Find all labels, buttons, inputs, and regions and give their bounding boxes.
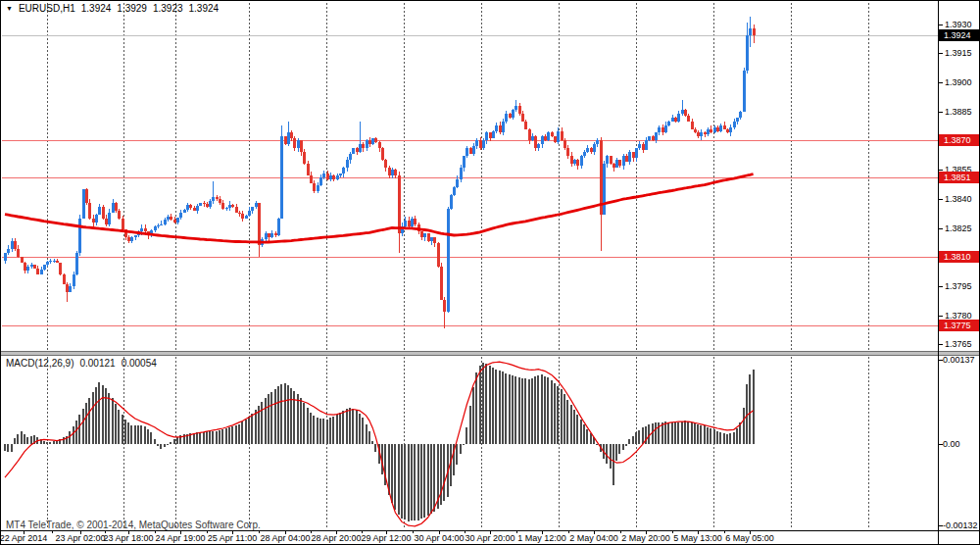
chart-canvas[interactable] [1, 1, 980, 545]
candle-body [303, 152, 306, 164]
candle-body [179, 213, 182, 219]
candle-body [319, 177, 322, 185]
macd-histogram-bar [502, 372, 504, 443]
candle-body [199, 203, 202, 206]
candle-body [140, 228, 143, 232]
candle-body [505, 114, 508, 122]
macd-histogram-bar [618, 444, 620, 455]
macd-histogram-bar [290, 388, 292, 444]
macd-indicator-label: MACD(12,26,9) 0.00121 0.00054 [6, 358, 157, 369]
candle-body [521, 114, 524, 122]
macd-histogram-bar [554, 383, 556, 444]
candle-body [554, 136, 557, 142]
candle-body [433, 237, 436, 243]
macd-histogram-bar [456, 444, 458, 465]
candle-body [694, 129, 697, 133]
candle-body [46, 262, 49, 265]
macd-histogram-bar [652, 423, 654, 443]
macd-histogram-bar [417, 444, 419, 520]
macd-histogram-bar [199, 432, 201, 444]
time-label: 1 May 12:00 [517, 533, 566, 543]
macd-histogram-bar [726, 434, 728, 444]
macd-histogram-bar [391, 444, 393, 503]
candle-body [130, 237, 133, 241]
current-price-label: 1.3924 [939, 29, 979, 41]
macd-histogram-bar [7, 444, 9, 452]
macd-histogram-bar [371, 441, 373, 444]
candle-body [723, 125, 726, 129]
candle-body [642, 144, 645, 150]
candle-body [528, 129, 531, 141]
candle-body [472, 146, 475, 154]
macd-histogram-bar [509, 374, 511, 444]
macd-histogram-bar [573, 410, 575, 444]
macd-histogram-bar [274, 389, 276, 444]
candle-body [56, 261, 59, 263]
macd-histogram-bar [241, 421, 243, 444]
macd-histogram-bar [53, 441, 55, 444]
candle-body [662, 127, 664, 133]
macd-histogram-bar [346, 409, 348, 443]
macd-histogram-bar [583, 424, 585, 444]
pane-separator[interactable] [1, 352, 980, 355]
macd-histogram-bar [489, 366, 491, 444]
macd-histogram-bar [544, 376, 546, 444]
candle-body [460, 168, 463, 179]
macd-histogram-bar [635, 432, 637, 444]
price-tick-label: 1.3900 [945, 77, 972, 87]
candle-body [108, 213, 111, 224]
macd-histogram-bar [580, 420, 582, 444]
candle-body [671, 118, 674, 122]
candle-body [704, 132, 707, 134]
macd-histogram-bar [723, 433, 725, 444]
price-tick-label: 1.3930 [945, 20, 972, 29]
macd-histogram-bar [43, 441, 45, 444]
candle-body [167, 217, 170, 221]
macd-histogram-bar [648, 424, 650, 443]
macd-histogram-bar [277, 386, 279, 444]
candle-body [437, 243, 440, 267]
candle-body [697, 132, 700, 136]
candle-body [73, 274, 75, 286]
candle-body [176, 218, 179, 222]
candle-body [489, 132, 492, 138]
candle-body [466, 148, 468, 156]
candle-body [270, 233, 273, 237]
macd-histogram-bar [710, 428, 711, 444]
macd-histogram-bar [339, 413, 341, 444]
macd-histogram-bar [524, 378, 526, 443]
macd-histogram-bar [196, 432, 198, 443]
macd-histogram-bar [219, 430, 220, 444]
candle-body [632, 152, 635, 158]
macd-histogram-bar [326, 420, 328, 444]
candle-body [658, 127, 661, 133]
candle-body [463, 156, 466, 168]
collapse-triangle-icon[interactable]: ▼ [6, 5, 13, 12]
candle-body [310, 175, 313, 183]
candle-body [297, 140, 300, 148]
macd-histogram-bar [570, 405, 572, 444]
candle-body [492, 131, 495, 139]
moving-average-line[interactable] [5, 174, 754, 243]
macd-histogram-bar [736, 428, 738, 444]
candle-body [573, 160, 576, 164]
candle-body [635, 148, 638, 158]
candle-body [274, 233, 277, 235]
candle-body [59, 263, 62, 274]
candle-body [4, 253, 7, 261]
macd-histogram-bar [642, 427, 644, 443]
macd-histogram-bar [322, 419, 324, 444]
macd-histogram-bar [303, 403, 305, 444]
candle-body [40, 270, 43, 274]
candle-body [231, 205, 234, 208]
candle-body [287, 132, 290, 144]
candle-body [374, 138, 377, 142]
candle-body [290, 132, 293, 138]
macd-histogram-bar [261, 402, 263, 443]
macd-histogram-bar [423, 444, 425, 518]
candle-body [63, 274, 66, 284]
candle-body [69, 286, 72, 292]
candle-body [456, 179, 459, 187]
candle-body [26, 267, 29, 271]
time-label: 2 May 04:00 [569, 533, 618, 543]
